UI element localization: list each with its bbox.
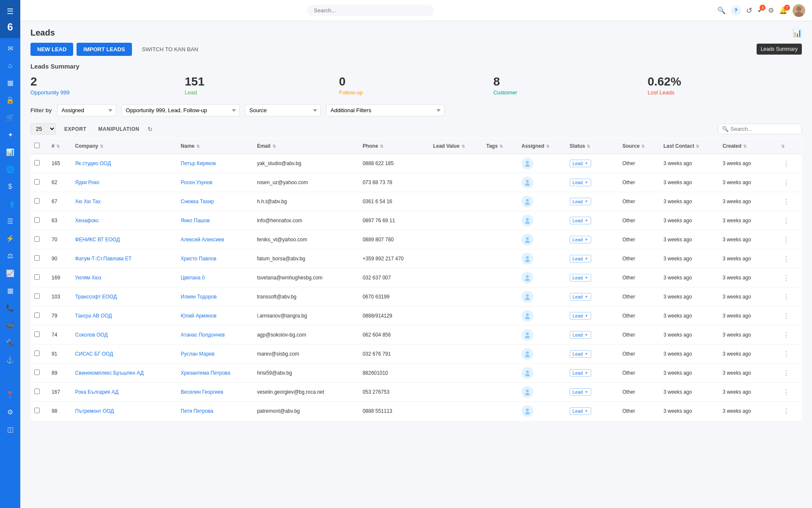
row-company[interactable]: Соколов ООД	[72, 326, 178, 345]
sidebar-item-layers[interactable]: ◫	[0, 421, 20, 438]
manipulation-button[interactable]: MANIPULATION	[95, 124, 143, 134]
row-company[interactable]: СИСАС БГ ООД	[72, 345, 178, 364]
row-checkbox[interactable]	[34, 160, 40, 166]
sidebar-item-phone[interactable]: 📞	[0, 299, 20, 317]
row-actions-button[interactable]: ⋮	[781, 349, 791, 359]
app-logo[interactable]: 6	[7, 19, 13, 35]
row-name[interactable]: Руслан Марев	[177, 345, 253, 364]
row-checkbox[interactable]	[34, 331, 40, 337]
page-size-select[interactable]: 25 50 100	[30, 123, 56, 135]
status-badge[interactable]: Lead ▼	[570, 255, 591, 262]
row-company[interactable]: Транссофт ЕООД	[72, 287, 178, 306]
col-created-header[interactable]: Created⇅	[722, 143, 746, 149]
help-icon[interactable]: ?	[731, 6, 741, 16]
sidebar-item-barchart[interactable]: 📈	[0, 265, 20, 282]
col-company-header[interactable]: Company⇅	[75, 143, 104, 149]
export-button[interactable]: EXPORT	[61, 124, 90, 134]
row-company[interactable]: Рока България АД	[72, 383, 178, 402]
row-checkbox[interactable]	[34, 312, 40, 318]
row-name[interactable]: Снежка Тахир	[177, 192, 253, 211]
sidebar-item-grid[interactable]: ▦	[0, 282, 20, 299]
sidebar-item-video[interactable]: 📹	[0, 317, 20, 334]
row-checkbox[interactable]	[34, 236, 40, 242]
status-badge[interactable]: Lead ▼	[570, 350, 591, 358]
row-name[interactable]: Росен Узунов	[177, 173, 253, 192]
status-badge[interactable]: Lead ▼	[570, 217, 591, 224]
row-name[interactable]: Петя Петрова	[177, 402, 253, 421]
status-badge[interactable]: Lead ▼	[570, 293, 591, 301]
row-name[interactable]: Петър Киряков	[177, 154, 253, 173]
row-checkbox[interactable]	[34, 274, 40, 280]
hamburger-icon[interactable]: ☰	[3, 3, 17, 19]
filter-source[interactable]: Source All Other	[245, 104, 321, 116]
row-company[interactable]: Ядки Роко	[72, 173, 178, 192]
refresh-button[interactable]: ↻	[148, 126, 153, 133]
sidebar-item-plug[interactable]: 🔌	[0, 334, 20, 351]
row-name[interactable]: Илиян Тодоров	[177, 287, 253, 306]
col-tags-header[interactable]: Tags⇅	[486, 143, 503, 149]
col-assigned-header[interactable]: Assigned⇅	[521, 143, 549, 149]
avatar[interactable]	[793, 4, 805, 17]
topnav-search-input[interactable]	[307, 5, 434, 16]
sidebar-item-balance[interactable]: ⚖	[0, 247, 20, 265]
sidebar-item-list[interactable]: ☰	[0, 213, 20, 230]
sidebar-item-mail[interactable]: ✉	[0, 40, 20, 57]
search-icon[interactable]: 🔍	[717, 6, 726, 14]
summary-opportunity-label[interactable]: Opportunity 999	[30, 89, 175, 96]
new-lead-button[interactable]: NEW LEAD	[30, 43, 73, 56]
col-name-header[interactable]: Name⇅	[181, 143, 200, 149]
sidebar-item-filter[interactable]: ⚡	[0, 230, 20, 247]
row-actions-button[interactable]: ⋮	[781, 368, 791, 378]
row-checkbox[interactable]	[34, 389, 40, 394]
row-actions-button[interactable]: ⋮	[781, 273, 791, 283]
switch-kanban-button[interactable]: SWITCH TO KAN BAN	[135, 43, 205, 56]
col-email-header[interactable]: Email⇅	[257, 143, 276, 149]
row-company[interactable]: Свинекомплекс Бръшлен АД	[72, 364, 178, 383]
row-name[interactable]: Цветана 0	[177, 268, 253, 287]
sidebar-item-settings[interactable]: ⚙	[0, 403, 20, 421]
status-badge[interactable]: Lead ▼	[570, 388, 591, 396]
row-name[interactable]: Атанас Полдончев	[177, 326, 253, 345]
sidebar-item-star[interactable]: ✦	[0, 126, 20, 144]
sidebar-item-lock[interactable]: 🔒	[0, 91, 20, 109]
row-company[interactable]: Хенафокс	[72, 211, 178, 230]
status-badge[interactable]: Lead ▼	[570, 312, 591, 320]
row-name[interactable]: Веселин Георгиев	[177, 383, 253, 402]
tasks-icon[interactable]: ✔ 3	[757, 6, 763, 14]
row-checkbox[interactable]	[34, 255, 40, 261]
status-badge[interactable]: Lead ▼	[570, 236, 591, 243]
row-name[interactable]: Юлий Армянов	[177, 306, 253, 326]
gear-icon[interactable]: ⚙	[768, 6, 774, 14]
row-company[interactable]: Як студио ООД	[72, 154, 178, 173]
row-actions-button[interactable]: ⋮	[781, 216, 791, 226]
select-all-checkbox[interactable]	[34, 143, 40, 148]
col-phone-header[interactable]: Phone⇅	[362, 143, 383, 149]
row-actions-button[interactable]: ⋮	[781, 311, 791, 321]
status-badge[interactable]: Lead ▼	[570, 274, 591, 282]
import-leads-button[interactable]: IMPORT LEADS	[77, 43, 132, 56]
table-search-input[interactable]	[730, 126, 798, 132]
sidebar-item-calendar[interactable]: ▦	[0, 74, 20, 91]
row-company[interactable]: ФЕНИКС ВТ ЕООД	[72, 230, 178, 249]
status-badge[interactable]: Lead ▼	[570, 198, 591, 205]
row-name[interactable]: Христо Павлов	[177, 249, 253, 268]
row-actions-button[interactable]: ⋮	[781, 235, 791, 245]
row-checkbox[interactable]	[34, 351, 40, 356]
status-badge[interactable]: Lead ▼	[570, 369, 591, 377]
col-status-header[interactable]: Status⇅	[570, 143, 590, 149]
leads-summary-icon[interactable]: 📊	[793, 29, 802, 37]
sidebar-item-globe[interactable]: 🌐	[0, 161, 20, 178]
filter-additional[interactable]: Additional Filters	[326, 104, 444, 116]
sidebar-item-cart[interactable]: 🛒	[0, 109, 20, 126]
row-actions-button[interactable]: ⋮	[781, 159, 791, 168]
row-checkbox[interactable]	[34, 293, 40, 299]
row-actions-button[interactable]: ⋮	[781, 406, 791, 416]
row-actions-button[interactable]: ⋮	[781, 254, 791, 264]
row-actions-button[interactable]: ⋮	[781, 197, 791, 207]
row-checkbox[interactable]	[34, 198, 40, 204]
status-badge[interactable]: Lead ▼	[570, 179, 591, 186]
row-name[interactable]: Янко Пашов	[177, 211, 253, 230]
sidebar-item-anchor[interactable]: ⚓	[0, 351, 20, 369]
sidebar-item-users[interactable]: 👥	[0, 195, 20, 213]
sidebar-item-mappin[interactable]: 📍	[0, 386, 20, 403]
